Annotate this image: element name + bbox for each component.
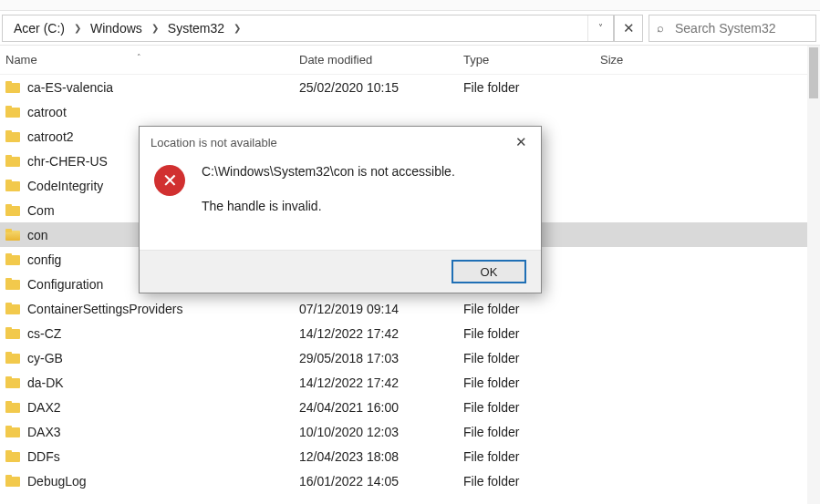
folder-icon [5, 180, 20, 191]
column-header-name[interactable]: Name ˄ [0, 47, 292, 72]
folder-icon [5, 327, 20, 339]
dialog-line1: C:\Windows\System32\con is not accessibl… [202, 163, 455, 181]
table-row[interactable]: DebugLog16/01/2022 14:05File folder [0, 468, 820, 493]
table-row[interactable]: DAX224/04/2021 16:00File folder [0, 395, 820, 419]
dialog-button-row: OK [140, 250, 541, 293]
error-icon: ✕ [154, 165, 185, 196]
cell-date: 16/01/2022 14:05 [292, 474, 456, 489]
column-header-type[interactable]: Type [456, 47, 593, 72]
file-name: catroot [27, 105, 67, 119]
scroll-thumb[interactable] [809, 47, 818, 98]
address-bar[interactable]: Acer (C:) ❯ Windows ❯ System32 ❯ ˅ [2, 15, 614, 42]
ok-button[interactable]: OK [452, 260, 526, 283]
cell-type: File folder [456, 80, 593, 95]
folder-icon [5, 352, 20, 364]
table-row[interactable]: da-DK14/12/2022 17:42File folder [0, 370, 820, 395]
cell-date: 29/05/2018 17:03 [292, 351, 456, 365]
breadcrumb-item[interactable]: Acer (C:) [8, 21, 70, 36]
folder-icon [5, 155, 20, 167]
file-name: Com [27, 203, 55, 218]
file-name: CodeIntegrity [27, 179, 103, 193]
cell-name: DebugLog [0, 474, 292, 489]
dialog-titlebar[interactable]: Location is not available ✕ [140, 127, 541, 158]
cell-name: DDFs [0, 449, 292, 464]
sort-indicator-icon: ˄ [137, 53, 141, 62]
cell-type: File folder [456, 400, 593, 415]
search-icon: ⌕ [657, 21, 664, 35]
file-name: ContainerSettingsProviders [27, 302, 182, 316]
cell-type: File folder [456, 375, 593, 390]
cell-type: File folder [456, 326, 593, 341]
error-dialog: Location is not available ✕ ✕ C:\Windows… [139, 126, 542, 293]
file-name: DDFs [27, 449, 60, 464]
cell-type: File folder [456, 449, 593, 464]
cell-type: File folder [456, 302, 593, 316]
cell-name: catroot [0, 105, 292, 119]
cell-name: da-DK [0, 375, 292, 390]
cell-date: 07/12/2019 09:14 [292, 302, 456, 316]
file-name: cy-GB [27, 351, 63, 365]
cell-date: 14/12/2022 17:42 [292, 326, 456, 341]
dialog-title: Location is not available [151, 136, 277, 149]
close-icon[interactable]: ✕ [503, 129, 539, 156]
file-name: Configuration [27, 277, 103, 292]
folder-icon [5, 475, 20, 487]
dialog-text: C:\Windows\System32\con is not accessibl… [202, 163, 455, 231]
folder-icon [5, 376, 20, 388]
file-name: DebugLog [27, 474, 87, 489]
column-header-date[interactable]: Date modified [292, 47, 456, 72]
folder-icon [5, 426, 20, 437]
chevron-right-icon[interactable]: ❯ [70, 23, 85, 33]
cell-type: File folder [456, 351, 593, 365]
file-name: chr-CHER-US [27, 154, 108, 169]
folder-icon [5, 106, 20, 118]
cell-date: 14/12/2022 17:42 [292, 375, 456, 390]
ribbon-remnant [0, 0, 820, 11]
folder-icon [5, 401, 20, 413]
folder-icon [5, 450, 20, 462]
file-name: cs-CZ [27, 326, 61, 341]
file-name: catroot2 [27, 129, 74, 144]
cell-name: cs-CZ [0, 326, 292, 341]
table-row[interactable]: cs-CZ14/12/2022 17:42File folder [0, 321, 820, 345]
file-name: con [27, 228, 48, 242]
cell-date: 24/04/2021 16:00 [292, 400, 456, 415]
column-header-size[interactable]: Size [593, 47, 666, 72]
search-box[interactable]: ⌕ [649, 15, 816, 42]
close-nav-button[interactable]: ✕ [614, 15, 643, 42]
breadcrumb-item[interactable]: System32 [162, 21, 230, 36]
cell-date: 12/04/2023 18:08 [292, 449, 456, 464]
breadcrumb-item[interactable]: Windows [85, 21, 148, 36]
cell-name: DAX3 [0, 425, 292, 439]
folder-icon [5, 204, 20, 216]
table-row[interactable]: cy-GB29/05/2018 17:03File folder [0, 345, 820, 370]
file-name: DAX3 [27, 425, 61, 439]
cell-date: 25/02/2020 10:15 [292, 80, 456, 95]
folder-icon [5, 229, 20, 241]
table-row[interactable]: DAX310/10/2020 12:03File folder [0, 419, 820, 444]
folder-icon [5, 278, 20, 290]
dialog-body: ✕ C:\Windows\System32\con is not accessi… [140, 158, 541, 250]
address-history-dropdown[interactable]: ˅ [587, 15, 613, 41]
table-row[interactable]: ContainerSettingsProviders07/12/2019 09:… [0, 296, 820, 321]
cell-date: 10/10/2020 12:03 [292, 425, 456, 439]
cell-name: cy-GB [0, 351, 292, 365]
cell-type: File folder [456, 425, 593, 439]
file-name: ca-ES-valencia [27, 80, 113, 95]
chevron-right-icon[interactable]: ❯ [148, 23, 162, 33]
cell-name: DAX2 [0, 400, 292, 415]
folder-icon [5, 81, 20, 93]
folder-icon [5, 303, 20, 314]
table-row[interactable]: ca-ES-valencia25/02/2020 10:15File folde… [0, 75, 820, 99]
search-input[interactable] [673, 20, 820, 36]
cell-name: ContainerSettingsProviders [0, 302, 292, 316]
column-headers: Name ˄ Date modified Type Size [0, 46, 820, 75]
cell-type: File folder [456, 474, 593, 489]
folder-icon [5, 130, 20, 142]
chevron-right-icon[interactable]: ❯ [230, 23, 244, 33]
file-name: DAX2 [27, 400, 61, 415]
vertical-scrollbar[interactable] [807, 46, 820, 504]
table-row[interactable]: catroot [0, 99, 820, 124]
cell-name: ca-ES-valencia [0, 80, 292, 95]
table-row[interactable]: DDFs12/04/2023 18:08File folder [0, 444, 820, 468]
